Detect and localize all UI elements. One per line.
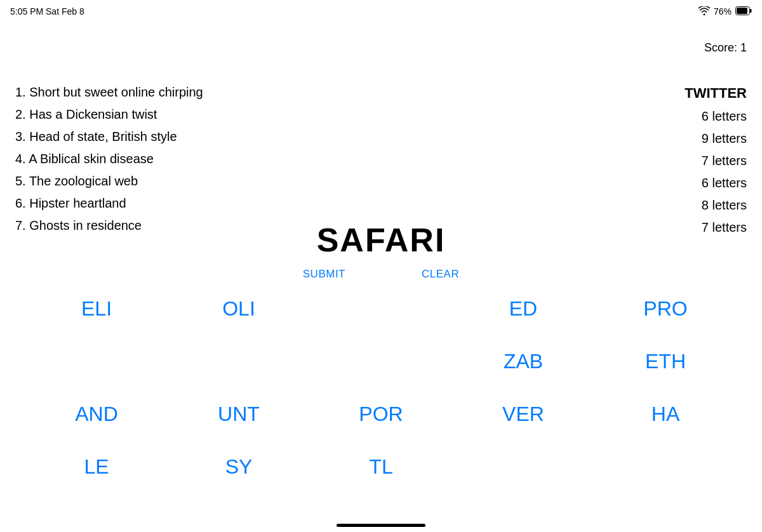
fragment-cell-8 (310, 345, 452, 378)
clues-section: 1. Short but sweet online chirping2. Has… (0, 83, 762, 237)
fragment-cell-12: UNT (168, 397, 310, 431)
fragment-cell-17: SY (168, 450, 310, 484)
fragment-cell-14: VER (452, 397, 594, 431)
svg-rect-2 (737, 8, 747, 14)
fragment-button-ETH[interactable]: ETH (638, 345, 693, 378)
clue-hint-1: TWITTER (685, 83, 747, 104)
clue-hint-2: 6 letters (702, 107, 747, 126)
wifi-icon (698, 6, 710, 17)
clues-list: 1. Short but sweet online chirping2. Has… (15, 83, 203, 237)
fragment-cell-18: TL (310, 450, 452, 484)
fragment-cell-11: AND (25, 397, 168, 431)
fragment-cell-7 (168, 345, 310, 378)
current-word-display: SAFARI (317, 221, 446, 259)
fragment-cell-20 (594, 450, 737, 484)
battery-icon (735, 6, 752, 17)
action-buttons: SUBMIT CLEAR (303, 268, 459, 281)
clear-button[interactable]: CLEAR (422, 268, 459, 281)
fragment-cell-19 (452, 450, 594, 484)
fragment-button-OLI[interactable]: OLI (215, 292, 263, 326)
clue-item-5: 5. The zoological web (15, 171, 203, 191)
fragment-button-TL[interactable]: TL (361, 450, 400, 484)
fragment-cell-4: ED (452, 292, 594, 326)
clue-item-4: 4. A Biblical skin disease (15, 149, 203, 169)
fragment-button-HA[interactable]: HA (644, 397, 687, 431)
status-time: 5:05 PM Sat Feb 8 (10, 6, 84, 17)
clue-item-1: 1. Short but sweet online chirping (15, 83, 203, 102)
fragment-button-PRO[interactable]: PRO (636, 292, 695, 326)
status-bar: 5:05 PM Sat Feb 8 76% (0, 0, 762, 23)
clue-hint-5: 6 letters (702, 173, 747, 193)
clue-hint-6: 8 letters (702, 196, 747, 215)
fragments-area: ELIOLIEDPROZABETHANDUNTPORVERHALESYTL (0, 292, 762, 484)
fragment-cell-13: POR (310, 397, 452, 431)
fragment-cell-1: ELI (25, 292, 168, 326)
submit-button[interactable]: SUBMIT (303, 268, 345, 281)
svg-rect-1 (750, 9, 752, 13)
fragment-cell-2: OLI (168, 292, 310, 326)
fragment-button-AND[interactable]: AND (67, 397, 126, 431)
fragment-button-SY[interactable]: SY (218, 450, 260, 484)
fragments-grid: ELIOLIEDPROZABETHANDUNTPORVERHALESYTL (25, 292, 737, 484)
fragment-button-ZAB[interactable]: ZAB (496, 345, 551, 378)
fragment-cell-10: ETH (594, 345, 737, 378)
clue-item-6: 6. Hipster heartland (15, 194, 203, 213)
fragment-button-VER[interactable]: VER (495, 397, 552, 431)
fragment-cell-3 (310, 292, 452, 326)
fragment-cell-15: HA (594, 397, 737, 431)
score-display: Score: 1 (704, 41, 747, 55)
fragment-cell-6 (25, 345, 168, 378)
status-icons: 76% (698, 6, 752, 17)
clue-hints: TWITTER6 letters9 letters7 letters6 lett… (685, 83, 747, 237)
fragment-cell-9: ZAB (452, 345, 594, 378)
fragment-button-ED[interactable]: ED (502, 292, 545, 326)
fragment-button-ELI[interactable]: ELI (74, 292, 119, 326)
fragment-cell-5: PRO (594, 292, 737, 326)
fragment-cell-16: LE (25, 450, 168, 484)
fragment-button-POR[interactable]: POR (351, 397, 410, 431)
current-word-area: SAFARI SUBMIT CLEAR (0, 221, 762, 281)
clue-hint-3: 9 letters (702, 129, 747, 149)
battery-percentage: 76% (714, 6, 732, 17)
clue-item-3: 3. Head of state, British style (15, 127, 203, 147)
home-indicator (337, 524, 425, 527)
clue-item-2: 2. Has a Dickensian twist (15, 105, 203, 124)
fragment-button-LE[interactable]: LE (76, 450, 116, 484)
clue-hint-4: 7 letters (702, 151, 747, 171)
fragment-button-UNT[interactable]: UNT (210, 397, 267, 431)
